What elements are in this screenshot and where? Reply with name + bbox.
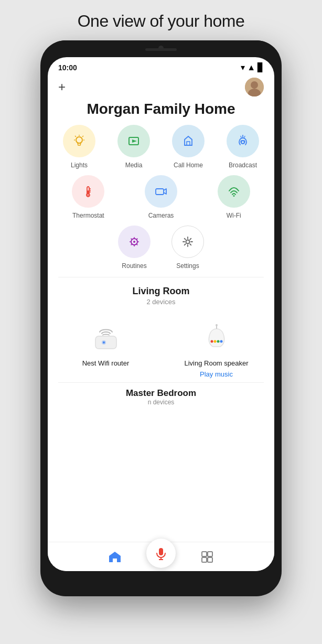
avatar[interactable] bbox=[245, 78, 264, 96]
svg-line-31 bbox=[131, 239, 132, 240]
svg-rect-23 bbox=[156, 189, 164, 195]
svg-point-38 bbox=[103, 341, 105, 344]
phone-screen: 10:00 ▾ ▲ ▊ + Morgan Family Home bbox=[48, 57, 274, 571]
living-room-title: Living Room bbox=[58, 286, 264, 297]
shortcut-lights[interactable]: Lights bbox=[53, 125, 105, 169]
shortcut-routines[interactable]: Routines bbox=[118, 226, 151, 270]
speaker-icon bbox=[198, 318, 235, 356]
shortcut-media[interactable]: Media bbox=[108, 125, 160, 169]
svg-point-40 bbox=[213, 340, 216, 343]
routines-label: Routines bbox=[122, 262, 146, 270]
battery-icon: ▊ bbox=[257, 62, 264, 72]
svg-point-42 bbox=[220, 340, 222, 343]
settings-label: Settings bbox=[176, 262, 199, 270]
wifi-icon: ▾ bbox=[241, 62, 245, 72]
settings-circle bbox=[171, 226, 204, 258]
svg-point-1 bbox=[251, 81, 258, 89]
play-music-button[interactable]: Play music bbox=[200, 370, 233, 378]
status-bar: 10:00 ▾ ▲ ▊ bbox=[48, 57, 274, 74]
broadcast-circle bbox=[227, 125, 259, 157]
device-router[interactable]: Nest Wifi router bbox=[53, 318, 158, 367]
svg-rect-51 bbox=[208, 557, 212, 562]
phone-speaker bbox=[145, 48, 177, 51]
nav-devices[interactable] bbox=[200, 550, 214, 564]
svg-marker-10 bbox=[132, 139, 137, 143]
page-title: One view of your home bbox=[78, 12, 245, 31]
master-room-title: Master Bedroom bbox=[58, 388, 264, 399]
svg-point-19 bbox=[88, 195, 89, 196]
status-time: 10:00 bbox=[58, 63, 77, 72]
wifi-label: Wi-Fi bbox=[227, 212, 241, 219]
living-room-section: Living Room 2 devices bbox=[48, 277, 274, 310]
routines-circle bbox=[118, 226, 151, 258]
phone-notch bbox=[40, 40, 282, 55]
callhome-label: Call Home bbox=[174, 162, 203, 169]
shortcut-callhome[interactable]: Call Home bbox=[162, 125, 214, 169]
speaker-name: Living Room speaker bbox=[184, 359, 248, 367]
svg-point-44 bbox=[216, 324, 218, 326]
callhome-circle bbox=[172, 125, 205, 157]
svg-line-34 bbox=[136, 239, 137, 240]
shortcuts-row2: Thermostat Cameras bbox=[48, 173, 274, 223]
shortcut-settings[interactable]: Settings bbox=[171, 226, 204, 270]
shortcut-wifi[interactable]: Wi-Fi bbox=[198, 175, 269, 219]
svg-rect-45 bbox=[159, 548, 163, 555]
svg-line-5 bbox=[82, 136, 83, 137]
bottom-nav bbox=[48, 542, 274, 571]
svg-point-41 bbox=[217, 340, 219, 343]
cameras-label: Cameras bbox=[148, 212, 174, 219]
svg-point-12 bbox=[241, 141, 244, 144]
wifi-circle bbox=[218, 175, 250, 208]
phone-frame: 10:00 ▾ ▲ ▊ + Morgan Family Home bbox=[40, 40, 282, 596]
master-room-device-count: n devices bbox=[58, 399, 264, 406]
scroll-content[interactable]: Lights Media bbox=[48, 125, 274, 542]
svg-line-6 bbox=[75, 136, 76, 137]
shortcut-cameras[interactable]: Cameras bbox=[126, 175, 197, 219]
router-icon bbox=[87, 318, 125, 356]
svg-point-39 bbox=[210, 340, 213, 343]
devices-row: Nest Wifi router bbox=[48, 310, 274, 382]
living-room-device-count: 2 devices bbox=[58, 298, 264, 306]
mic-fab-button[interactable] bbox=[146, 539, 176, 568]
thermostat-label: Thermostat bbox=[72, 212, 104, 219]
nav-home[interactable] bbox=[108, 550, 122, 564]
svg-line-33 bbox=[131, 244, 132, 245]
shortcuts-row3: Routines Settings bbox=[48, 223, 274, 277]
app-header: + bbox=[48, 74, 274, 99]
home-title: Morgan Family Home bbox=[48, 99, 274, 125]
lights-label: Lights bbox=[71, 162, 88, 169]
shortcut-broadcast[interactable]: Broadcast bbox=[217, 125, 269, 169]
svg-line-14 bbox=[241, 136, 241, 138]
svg-rect-11 bbox=[187, 142, 190, 145]
device-speaker[interactable]: Living Room speaker Play music bbox=[164, 318, 269, 378]
svg-rect-48 bbox=[202, 552, 207, 556]
media-circle bbox=[117, 125, 150, 157]
svg-point-26 bbox=[133, 241, 135, 243]
thermostat-circle bbox=[72, 175, 104, 208]
lights-circle bbox=[63, 125, 95, 157]
master-room-section: Master Bedroom n devices bbox=[48, 383, 274, 408]
router-name: Nest Wifi router bbox=[82, 359, 130, 367]
broadcast-label: Broadcast bbox=[229, 162, 257, 169]
svg-rect-50 bbox=[202, 557, 207, 562]
svg-line-15 bbox=[244, 136, 245, 138]
svg-line-32 bbox=[136, 244, 137, 245]
svg-rect-49 bbox=[208, 552, 212, 556]
signal-bars-icon: ▲ bbox=[247, 63, 255, 72]
shortcuts-row1: Lights Media bbox=[48, 125, 274, 173]
shortcut-thermostat[interactable]: Thermostat bbox=[53, 175, 124, 219]
svg-point-35 bbox=[186, 240, 190, 244]
add-button[interactable]: + bbox=[58, 81, 66, 93]
svg-point-3 bbox=[76, 137, 82, 143]
media-label: Media bbox=[125, 162, 143, 169]
cameras-circle bbox=[145, 175, 177, 208]
status-icons: ▾ ▲ ▊ bbox=[241, 62, 264, 72]
svg-point-24 bbox=[233, 195, 234, 197]
